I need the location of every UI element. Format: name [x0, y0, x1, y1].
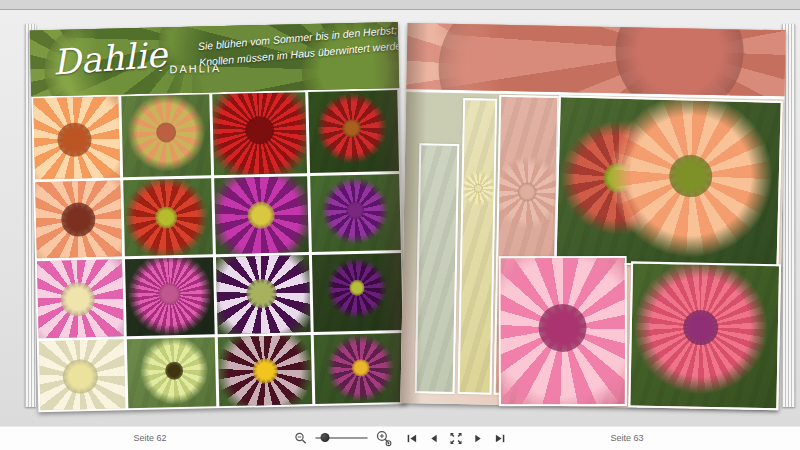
flower-center: [614, 23, 744, 99]
pink-dahlia-closeup-bloom: [499, 256, 627, 406]
flower-center: [246, 278, 276, 308]
flower-center: [518, 182, 537, 201]
flower-center: [539, 304, 587, 352]
flower-center: [349, 280, 365, 296]
dark-purple-dahlia-bloom: [216, 255, 310, 334]
book-page-left[interactable]: Dahlie - DAHLIA Sie blühen vom Sommer bi…: [30, 22, 407, 412]
faded-yellow-petals-strip-bloom: [460, 170, 497, 207]
faded-yellow-strip: [458, 98, 498, 395]
flower-center: [63, 359, 98, 394]
zoom-out-icon[interactable]: [294, 431, 308, 445]
flower-center: [61, 202, 96, 237]
toolbar-controls: [294, 429, 507, 447]
flower-center: [342, 119, 361, 138]
right-page-number-label: Seite 63: [610, 433, 643, 443]
zoom-in-icon[interactable]: [376, 430, 393, 447]
flower-center: [346, 202, 364, 220]
photo-salmon-dahlia: [35, 180, 121, 259]
red-cactus-dahlia-bloom: [212, 92, 307, 175]
flower-center: [683, 309, 719, 345]
photo-red-pompom: [123, 178, 213, 257]
faded-pink-petals-strip-bloom: [494, 155, 560, 229]
photo-dark-collarette-dahlia: [218, 335, 312, 406]
photo-red-cactus-dahlia: [212, 92, 307, 175]
flower-center: [352, 359, 370, 377]
photo-white-dahlia: [39, 339, 125, 410]
previous-page-button[interactable]: [427, 431, 441, 445]
flower-center: [669, 154, 712, 197]
dark-collarette-dahlia-bloom: [218, 335, 312, 406]
photo-purple-bud: [312, 253, 403, 332]
photo-pink-dahlia-bud: [628, 261, 781, 410]
pink-dahlia-bud-bloom: [632, 261, 769, 395]
flower-center: [158, 283, 181, 306]
purple-dahlia-bud-bloom: [326, 257, 388, 319]
pink-dahlia-cream-center-bloom: [37, 260, 123, 339]
window-top-strip: [0, 0, 800, 10]
zoom-slider[interactable]: [316, 433, 368, 443]
photo-pink-dahlia-closeup: [499, 256, 627, 406]
flower-center: [57, 122, 92, 157]
photo-yellow-green-dahlia: [127, 337, 217, 408]
photo-purple-yellow-bud: [314, 333, 405, 404]
yellow-green-dahlia-bloom: [139, 337, 209, 406]
photo-pink-petals-banner: [406, 23, 785, 99]
flower-center: [155, 206, 177, 228]
dahlia-photo-grid: [33, 90, 404, 410]
zoom-slider-knob[interactable]: [321, 433, 330, 442]
photo-orange-dahlias-garden: [554, 95, 782, 269]
magenta-dahlia-bloom: [214, 176, 308, 255]
faded-green-strip: [415, 143, 460, 394]
flower-center: [252, 358, 278, 384]
photo-red-dahlia-bud: [308, 90, 399, 173]
left-page-header-banner: Dahlie - DAHLIA Sie blühen vom Sommer bi…: [30, 22, 399, 96]
next-page-button[interactable]: [471, 431, 485, 445]
flower-center: [245, 116, 274, 145]
flower-center: [156, 122, 177, 143]
viewer-toolbar: Seite 62 Seite 63: [0, 426, 800, 450]
red-dahlia-bud-bloom: [315, 92, 388, 165]
photo-orange-dahlia-closeup: [33, 96, 120, 178]
photo-dark-purple-dahlia: [216, 255, 310, 334]
orange-green-dahlia-bud-bloom: [126, 94, 205, 172]
last-page-button[interactable]: [493, 431, 507, 445]
photo-magenta-dahlia: [214, 176, 308, 255]
orange-dahlia-closeup-bloom: [33, 96, 120, 178]
red-pompom-dahlia-bloom: [123, 178, 209, 257]
flower-center: [61, 282, 95, 316]
salmon-dahlia-closeup-bloom: [35, 180, 121, 259]
flower-center: [474, 183, 484, 193]
purple-yellow-dahlia-bud-bloom: [326, 333, 395, 402]
left-page-number-label: Seite 62: [133, 433, 166, 443]
photo-orange-green-bud: [121, 94, 211, 177]
first-page-button[interactable]: [405, 431, 419, 445]
book-page-right[interactable]: [400, 23, 785, 410]
photo-pink-cactus-dahlia: [125, 258, 215, 337]
photo-book-spread: Dahlie - DAHLIA Sie blühen vom Sommer bi…: [25, 20, 795, 408]
photo-purple-pompom: [310, 174, 401, 253]
pink-petals-macro-bloom: [429, 23, 786, 99]
flower-center: [248, 201, 276, 229]
flower-center: [165, 361, 183, 379]
photo-pink-dahlia: [37, 260, 123, 339]
orange-dahlias-garden-bloom: [607, 95, 774, 259]
purple-pompom-dahlia-bloom: [321, 176, 390, 245]
pink-cactus-dahlia-bloom: [126, 258, 213, 337]
page-title-script: Dahlie: [51, 34, 168, 82]
white-dahlia-closeup-bloom: [39, 339, 125, 410]
fit-view-icon[interactable]: [449, 431, 463, 445]
